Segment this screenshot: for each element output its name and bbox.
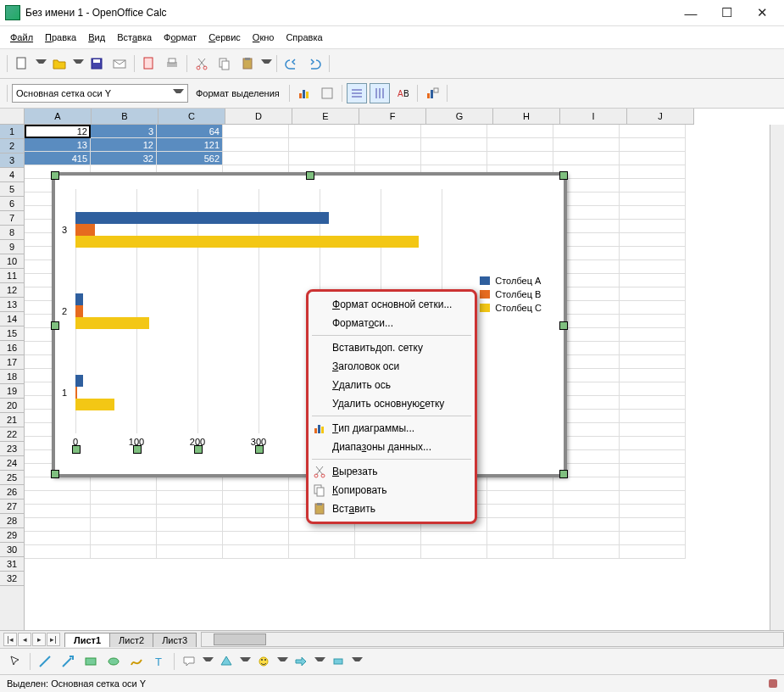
cell-I30[interactable] — [553, 518, 620, 532]
row-header-25[interactable]: 25 — [0, 471, 24, 485]
menu-tools[interactable]: Сервис — [203, 31, 246, 44]
cell-J26[interactable] — [620, 464, 686, 477]
bar-Столбец C-2[interactable] — [75, 317, 149, 329]
ellipse-tool[interactable] — [103, 651, 124, 672]
cell-I1[interactable] — [553, 125, 620, 138]
cell-D1[interactable] — [223, 125, 289, 138]
ctx-Удалить-основную-сетку[interactable]: Удалить основную сетку — [309, 394, 475, 413]
minimize-button[interactable]: — — [681, 3, 701, 23]
cell-J3[interactable] — [620, 152, 686, 165]
vertical-scrollbar[interactable] — [770, 125, 784, 630]
bar-Столбец C-3[interactable] — [75, 236, 419, 248]
row-header-8[interactable]: 8 — [0, 226, 24, 240]
cell-J29[interactable] — [620, 505, 686, 518]
col-header-C[interactable]: C — [158, 109, 225, 124]
select-all-corner[interactable] — [0, 109, 25, 125]
ctx-Вырезать[interactable]: Вырезать — [309, 462, 475, 481]
col-header-I[interactable]: I — [560, 109, 627, 124]
cell-E31[interactable] — [289, 532, 355, 545]
cell-B31[interactable] — [91, 532, 157, 545]
menu-file[interactable]: Файл — [5, 31, 38, 44]
menu-edit[interactable]: Правка — [40, 31, 81, 44]
row-header-23[interactable]: 23 — [0, 442, 24, 456]
tab-last[interactable]: ▸| — [47, 633, 60, 646]
cell-B27[interactable] — [91, 477, 157, 491]
cell-H30[interactable] — [487, 518, 553, 532]
sheet-tab-Лист3[interactable]: Лист3 — [153, 633, 197, 647]
chart-wizard-button[interactable] — [294, 83, 314, 103]
hgrid-button[interactable] — [347, 83, 367, 103]
cell-E2[interactable] — [289, 138, 355, 152]
row-header-10[interactable]: 10 — [0, 254, 24, 269]
export-pdf-button[interactable] — [139, 53, 159, 74]
bar-Столбец C-1[interactable] — [75, 399, 114, 410]
print-button[interactable] — [162, 53, 182, 74]
cell-F31[interactable] — [355, 532, 421, 545]
cell-D29[interactable] — [223, 505, 289, 518]
col-header-D[interactable]: D — [225, 109, 292, 124]
col-header-B[interactable]: B — [92, 109, 158, 124]
maximize-button[interactable]: ☐ — [716, 3, 737, 23]
cell-D2[interactable] — [223, 138, 289, 152]
cell-I3[interactable] — [553, 152, 620, 165]
cell-F32[interactable] — [355, 545, 421, 559]
cell-I29[interactable] — [553, 505, 620, 518]
cell-J10[interactable] — [620, 247, 686, 260]
legend-button[interactable] — [422, 83, 442, 103]
rect-tool[interactable] — [81, 651, 101, 672]
cell-F1[interactable] — [355, 125, 421, 138]
cell-J7[interactable] — [620, 206, 686, 220]
cell-H27[interactable] — [487, 477, 553, 491]
ctx-Копировать[interactable]: Копировать — [309, 481, 475, 499]
cell-J31[interactable] — [620, 532, 686, 545]
row-header-19[interactable]: 19 — [0, 384, 24, 399]
row-header-15[interactable]: 15 — [0, 326, 24, 341]
cell-C2[interactable]: 121 — [157, 138, 223, 152]
row-header-11[interactable]: 11 — [0, 269, 24, 283]
cell-E3[interactable] — [289, 152, 355, 165]
row-header-20[interactable]: 20 — [0, 399, 24, 413]
cell-E1[interactable] — [289, 125, 355, 138]
cell-C27[interactable] — [157, 477, 223, 491]
legend-item[interactable]: Столбец C — [480, 303, 542, 313]
undo-button[interactable] — [281, 53, 302, 74]
col-header-F[interactable]: F — [359, 109, 426, 124]
tab-next[interactable]: ▸ — [32, 633, 46, 646]
sheet-tab-Лист1[interactable]: Лист1 — [64, 633, 110, 647]
cell-B2[interactable]: 12 — [91, 138, 157, 152]
row-header-1[interactable]: 1 — [0, 125, 24, 139]
titlebar[interactable]: Без имени 1 - OpenOffice Calc — ☐ ✕ — [0, 0, 784, 26]
open-button[interactable] — [49, 53, 70, 74]
cell-B32[interactable] — [91, 545, 157, 559]
bar-Столбец B-3[interactable] — [75, 224, 95, 236]
symbol-shapes-tool[interactable] — [253, 651, 274, 672]
cell-J14[interactable] — [620, 301, 686, 315]
cell-D27[interactable] — [223, 477, 289, 491]
axis-labels-button[interactable]: AB — [392, 83, 413, 103]
ctx-Удалить-ось[interactable]: Удалить ось — [309, 376, 475, 394]
ctx-Заголовок-оси[interactable]: Заголовок оси — [309, 357, 475, 376]
cell-C32[interactable] — [157, 545, 223, 559]
new-button[interactable] — [12, 53, 32, 74]
cell-J4[interactable] — [620, 165, 686, 179]
row-header-3[interactable]: 3 — [0, 153, 24, 168]
cell-H28[interactable] — [487, 491, 553, 505]
cell-H1[interactable] — [487, 125, 553, 138]
cells-area[interactable]: 12364131212141532562 0100200300400500600… — [25, 125, 770, 630]
cell-A32[interactable] — [25, 545, 91, 559]
cell-C1[interactable]: 64 — [157, 125, 223, 138]
ctx-Формат-основной-сетки---[interactable]: Формат основной сетки... — [309, 295, 475, 314]
row-header-31[interactable]: 31 — [0, 557, 24, 572]
cell-F3[interactable] — [355, 152, 421, 165]
cell-D28[interactable] — [223, 491, 289, 505]
row-header-16[interactable]: 16 — [0, 341, 24, 355]
cell-J21[interactable] — [620, 396, 686, 410]
text-tool[interactable]: T — [149, 651, 170, 672]
bar-Столбец A-2[interactable] — [75, 293, 83, 305]
row-header-24[interactable]: 24 — [0, 456, 24, 471]
col-header-A[interactable]: A — [25, 109, 92, 124]
freeform-tool[interactable] — [126, 651, 147, 672]
bar-Столбец B-2[interactable] — [75, 305, 83, 317]
chart-object[interactable]: 0100200300400500600123 Столбец AСтолбец … — [52, 172, 567, 477]
cell-J30[interactable] — [620, 518, 686, 532]
